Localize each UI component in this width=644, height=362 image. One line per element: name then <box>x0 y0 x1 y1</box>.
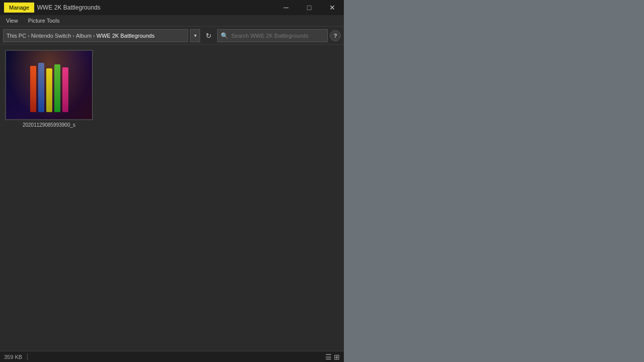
window-title: WWE 2K Battlegrounds <box>37 4 101 11</box>
window-controls: ─ □ ✕ <box>274 0 344 15</box>
maximize-button[interactable]: □ <box>298 0 321 15</box>
title-bar-left: Manage WWE 2K Battlegrounds <box>4 3 101 13</box>
breadcrumb-current: WWE 2K Battlegrounds <box>97 33 155 39</box>
address-bar: This PC › Nintendo Switch › Album › WWE … <box>0 27 344 45</box>
thumbnail-image <box>5 50 93 120</box>
breadcrumb-sep-3: › <box>93 33 95 39</box>
view-list-button[interactable]: ☰ <box>325 353 332 361</box>
search-input[interactable] <box>231 33 324 39</box>
art-glow <box>6 51 92 119</box>
minimize-button[interactable]: ─ <box>274 0 298 15</box>
search-icon: 🔍 <box>221 32 228 39</box>
thumbnail-label: 20201129085993900_s <box>23 122 75 128</box>
list-item[interactable]: 20201129085993900_s <box>5 50 93 128</box>
manage-button[interactable]: Manage <box>4 3 34 13</box>
close-button[interactable]: ✕ <box>321 0 344 15</box>
breadcrumb-album: Album <box>76 33 91 39</box>
breadcrumb-sep-2: › <box>72 33 74 39</box>
breadcrumb-pc: This PC <box>7 33 26 39</box>
breadcrumb-dropdown-button[interactable]: ▾ <box>190 29 200 42</box>
status-bar: 359 KB ☰ ⊞ <box>0 351 344 362</box>
breadcrumb[interactable]: This PC › Nintendo Switch › Album › WWE … <box>3 29 188 42</box>
view-icons: ☰ ⊞ <box>325 353 340 361</box>
search-box[interactable]: 🔍 <box>217 29 328 42</box>
title-bar: Manage WWE 2K Battlegrounds ─ □ ✕ <box>0 0 344 15</box>
tab-view[interactable]: View <box>4 17 20 25</box>
help-button[interactable]: ? <box>330 30 341 41</box>
file-size: 359 KB <box>4 354 22 360</box>
refresh-button[interactable]: ↻ <box>202 29 215 42</box>
tab-picture-tools[interactable]: Picture Tools <box>26 17 62 25</box>
ribbon: View Picture Tools <box>0 15 344 27</box>
ribbon-tabs: View Picture Tools <box>0 15 344 26</box>
view-grid-button[interactable]: ⊞ <box>334 353 340 361</box>
content-area[interactable]: 20201129085993900_s <box>0 45 344 351</box>
status-divider <box>27 353 28 360</box>
game-art <box>6 51 92 119</box>
explorer-window: Manage WWE 2K Battlegrounds ─ □ ✕ View P… <box>0 0 344 362</box>
desktop-area: + Copy to Desktop <box>344 0 644 362</box>
breadcrumb-switch: Nintendo Switch <box>31 33 71 39</box>
breadcrumb-sep-1: › <box>28 33 30 39</box>
